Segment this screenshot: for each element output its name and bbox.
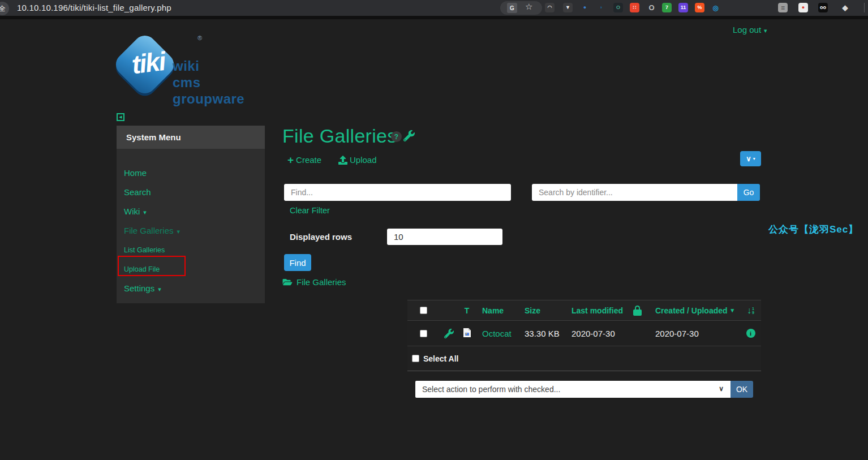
layers-icon[interactable]: ≡ bbox=[778, 3, 788, 12]
select-all-checkbox[interactable] bbox=[412, 355, 419, 362]
system-menu-items: Home Search Wiki▾ File Galleries▾ List G… bbox=[117, 149, 265, 298]
sidebar-item-list-galleries[interactable]: List Galleries bbox=[117, 240, 265, 260]
sidebar-item-wiki[interactable]: Wiki▾ bbox=[117, 202, 265, 221]
page-options-dropdown-button[interactable]: ∨ ▾ bbox=[740, 151, 761, 166]
file-size: 33.30 KB bbox=[518, 329, 565, 338]
lock-icon[interactable] bbox=[633, 306, 642, 316]
chevron-down-icon: ∨ bbox=[746, 154, 751, 163]
system-menu-panel: System Menu Home Search Wiki▾ File Galle… bbox=[117, 126, 265, 303]
watermark-text: 公众号【泷羽Sec】 bbox=[768, 223, 858, 236]
sidebar-item-file-galleries[interactable]: File Galleries▾ bbox=[117, 221, 265, 240]
go-button[interactable]: Go bbox=[737, 184, 760, 201]
tagline-line: cms bbox=[173, 74, 244, 91]
upload-label: Upload bbox=[350, 155, 377, 165]
identifier-search-input[interactable] bbox=[532, 184, 737, 201]
batch-action-select-wrap: Select action to perform with checked...… bbox=[415, 381, 731, 398]
plus-icon: + bbox=[287, 156, 294, 164]
file-galleries-breadcrumb-link[interactable]: File Galleries bbox=[282, 277, 346, 287]
translate-icon[interactable]: G bbox=[507, 3, 517, 13]
info-glyph: i bbox=[750, 330, 751, 337]
collapse-left-icon: ◀ bbox=[119, 115, 122, 119]
badge-11-icon[interactable]: 11 bbox=[678, 3, 688, 12]
sidebar-item-label: List Galleries bbox=[124, 246, 165, 254]
caret-down-icon: ▾ bbox=[731, 307, 734, 314]
logout-menu[interactable]: Log out▾ bbox=[733, 25, 767, 35]
tagline-line: groupware bbox=[173, 91, 244, 107]
oo-icon[interactable]: oo bbox=[818, 3, 828, 12]
sidebar-item-search[interactable]: Search bbox=[117, 183, 265, 202]
caret-down-icon: ▾ bbox=[753, 156, 755, 161]
find-input[interactable] bbox=[284, 184, 511, 201]
file-list-table: T Name Size Last modified Created / Uplo… bbox=[407, 300, 761, 371]
sort-digit-top: 1 bbox=[752, 307, 754, 311]
tiki-logo-wordmark: tiki bbox=[117, 44, 179, 81]
proxy-hat-icon[interactable]: ◠ bbox=[545, 3, 555, 12]
sort-arrow-glyph: ↓ bbox=[747, 306, 751, 316]
puzzle-icon[interactable]: ◆ bbox=[840, 3, 850, 12]
tiki-tagline: wiki cms groupware bbox=[173, 58, 244, 107]
help-icon[interactable]: ? bbox=[391, 131, 402, 142]
header-checkbox[interactable] bbox=[420, 307, 427, 314]
sidebar-item-settings[interactable]: Settings▾ bbox=[117, 279, 265, 298]
sidebar-item-label: Upload File bbox=[124, 265, 160, 273]
header-type[interactable]: T bbox=[458, 306, 475, 315]
sort-numeric-icon[interactable]: ↓ 1 9 bbox=[747, 306, 754, 316]
upload-button[interactable]: Upload bbox=[338, 155, 377, 165]
registered-mark: ® bbox=[197, 35, 202, 41]
sidebar-item-home[interactable]: Home bbox=[117, 164, 265, 183]
sidebar-item-label: Home bbox=[124, 168, 147, 178]
tagline-line: wiki bbox=[173, 58, 244, 74]
create-button[interactable]: + Create bbox=[287, 155, 321, 165]
logout-label: Log out bbox=[733, 25, 761, 35]
browser-address-bar: 全 10.10.10.196/tiki/tiki-list_file_galle… bbox=[0, 0, 868, 16]
file-type-icon bbox=[463, 328, 471, 339]
sidebar-item-label: File Galleries bbox=[124, 226, 174, 235]
person-icon[interactable]: ● bbox=[798, 3, 808, 12]
file-created-value: 2020-07-30 bbox=[655, 329, 699, 338]
sidebar-item-label: Settings bbox=[124, 283, 154, 293]
table-header-row: T Name Size Last modified Created / Uplo… bbox=[407, 300, 761, 321]
wrench-icon[interactable] bbox=[403, 130, 415, 141]
caret-down-icon: ▾ bbox=[177, 228, 181, 235]
ok-button[interactable]: OK bbox=[731, 381, 753, 398]
sidebar-item-upload-file[interactable]: Upload File bbox=[117, 260, 265, 279]
info-icon[interactable]: i bbox=[746, 329, 755, 338]
caret-down-icon: ▾ bbox=[764, 27, 767, 34]
site-permission-icon[interactable]: 全 bbox=[0, 2, 9, 15]
caret-down-icon: ▾ bbox=[158, 286, 161, 293]
sort-digit-bottom: 9 bbox=[752, 311, 754, 315]
row-wrench-icon[interactable] bbox=[444, 329, 454, 338]
created-uploaded-label: Created / Uploaded bbox=[655, 306, 728, 315]
percent-icon[interactable]: % bbox=[695, 3, 704, 12]
sidebar-item-label: Search bbox=[124, 187, 151, 197]
gallery-link-label: File Galleries bbox=[297, 277, 346, 287]
displayed-rows-input[interactable] bbox=[387, 229, 502, 245]
header-last-modified[interactable]: Last modified bbox=[565, 306, 626, 315]
swirl-icon[interactable]: ◎ bbox=[711, 3, 720, 12]
displayed-rows-label: Displayed rows bbox=[290, 232, 352, 242]
caret-down-icon: ▾ bbox=[143, 209, 147, 216]
row-checkbox[interactable] bbox=[420, 330, 427, 337]
header-created-uploaded[interactable]: Created / Uploaded ▾ bbox=[648, 306, 740, 315]
help-glyph: ? bbox=[394, 133, 398, 141]
dark-o-icon[interactable]: O bbox=[613, 3, 623, 12]
file-name-link[interactable]: Octocat bbox=[482, 329, 512, 338]
clear-filter-link[interactable]: Clear Filter bbox=[290, 206, 330, 215]
ring-icon[interactable]: O bbox=[647, 3, 656, 12]
key-icon[interactable]: ● bbox=[580, 3, 590, 12]
flask-icon[interactable]: ▼ bbox=[563, 3, 573, 12]
badge-7-icon[interactable]: 7 bbox=[662, 3, 672, 12]
header-name[interactable]: Name bbox=[475, 306, 518, 315]
header-size[interactable]: Size bbox=[518, 306, 565, 315]
bookmark-star-icon[interactable]: ☆ bbox=[525, 2, 532, 12]
sidebar-collapse-button[interactable]: ◀ bbox=[117, 113, 124, 121]
batch-action-select[interactable]: Select action to perform with checked... bbox=[415, 381, 731, 398]
find-button[interactable]: Find bbox=[284, 254, 311, 271]
toolbar-divider bbox=[864, 3, 865, 12]
url-text[interactable]: 10.10.10.196/tiki/tiki-list_file_gallery… bbox=[17, 3, 171, 12]
dice-icon[interactable]: ∷ bbox=[630, 3, 639, 12]
sidebar-item-label: Wiki bbox=[124, 207, 140, 216]
bird-icon[interactable]: ◗ bbox=[596, 3, 606, 12]
folder-open-icon bbox=[282, 278, 293, 286]
create-label: Create bbox=[296, 155, 321, 165]
